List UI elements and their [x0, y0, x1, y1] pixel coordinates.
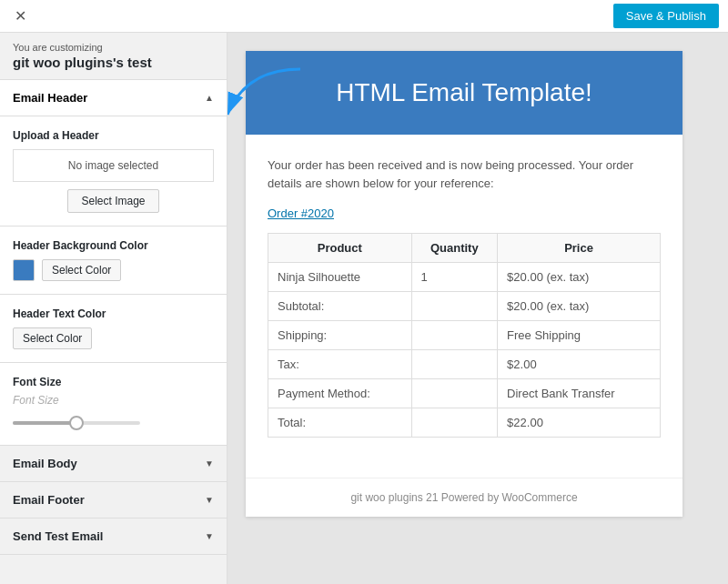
table-cell: [411, 379, 498, 408]
col-product: Product: [268, 234, 412, 263]
table-row: Tax:$2.00: [268, 350, 661, 379]
email-preview: HTML Email Template! Your order has been…: [246, 51, 682, 517]
chevron-down-icon-3: ▼: [205, 531, 214, 541]
table-cell: Free Shipping: [498, 321, 661, 350]
table-cell: [411, 350, 498, 379]
table-cell: Ninja Silhouette: [268, 263, 412, 292]
content-area: HTML Email Template! Your order has been…: [228, 33, 728, 584]
table-cell: $22.00: [498, 408, 661, 438]
order-table: Product Quantity Price Ninja Silhouette1…: [268, 233, 661, 438]
header-bg-select-color-button[interactable]: Select Color: [42, 259, 121, 281]
table-cell: Total:: [268, 408, 412, 438]
font-size-section: Font Size Font Size: [0, 363, 227, 446]
table-row: Ninja Silhouette1$20.00 (ex. tax): [268, 263, 661, 292]
upload-header-section: Upload a Header No image selected Select…: [0, 116, 227, 227]
email-body-label: Email Body: [13, 457, 77, 470]
font-size-slider-fill: [13, 421, 76, 425]
table-cell: Shipping:: [268, 321, 412, 350]
email-body-section[interactable]: Email Body ▼: [0, 446, 227, 482]
col-price: Price: [498, 234, 661, 263]
send-test-email-label: Send Test Email: [13, 529, 103, 543]
order-table-body: Ninja Silhouette1$20.00 (ex. tax)Subtota…: [268, 263, 661, 438]
table-cell: $20.00 (ex. tax): [498, 263, 661, 292]
upload-title: Upload a Header: [13, 129, 214, 142]
email-header-label: Email Header: [13, 91, 87, 105]
email-footer-text: git woo plugins 21 Powered by WooCommerc…: [350, 491, 577, 504]
header-bg-color-swatch[interactable]: [13, 259, 35, 281]
save-publish-button[interactable]: Save & Publish: [613, 4, 719, 28]
font-size-slider-thumb[interactable]: [69, 416, 84, 430]
select-image-button[interactable]: Select Image: [67, 189, 158, 213]
table-header-row: Product Quantity Price: [268, 234, 661, 263]
close-button[interactable]: ✕: [9, 5, 32, 26]
header-text-color-title: Header Text Color: [13, 307, 214, 320]
header-text-color-section: Header Text Color Select Color: [0, 295, 227, 363]
table-cell: 1: [411, 263, 498, 292]
preview-wrapper: HTML Email Template! Your order has been…: [246, 51, 710, 566]
customizing-title: git woo plugins's test: [0, 55, 227, 80]
order-intro-text: Your order has been received and is now …: [268, 156, 661, 192]
table-cell: [411, 321, 498, 350]
chevron-down-icon-2: ▼: [205, 495, 214, 505]
font-size-title: Font Size: [13, 376, 214, 388]
image-placeholder: No image selected: [13, 149, 214, 182]
chevron-down-icon: ▼: [205, 458, 214, 468]
customizing-label: You are customizing: [0, 33, 227, 55]
table-cell: [411, 408, 498, 438]
order-link[interactable]: Order #2020: [268, 206, 661, 220]
header-bg-color-title: Header Background Color: [13, 239, 214, 252]
font-size-slider-track: [13, 421, 140, 425]
chevron-up-icon: ▲: [205, 93, 214, 103]
font-size-placeholder: Font Size: [13, 394, 214, 407]
col-quantity: Quantity: [411, 234, 498, 263]
email-body: Your order has been received and is now …: [246, 135, 682, 478]
main-layout: You are customizing git woo plugins's te…: [0, 33, 728, 584]
header-bg-color-section: Header Background Color Select Color: [0, 227, 227, 295]
table-cell: Tax:: [268, 350, 412, 379]
email-footer-label: Email Footer: [13, 493, 85, 507]
email-header-title: HTML Email Template!: [268, 78, 661, 107]
table-row: Shipping:Free Shipping: [268, 321, 661, 350]
table-cell: $20.00 (ex. tax): [498, 292, 661, 321]
table-cell: Direct Bank Transfer: [498, 379, 661, 408]
header-text-select-color-button[interactable]: Select Color: [13, 327, 92, 349]
table-cell: $2.00: [498, 350, 661, 379]
table-cell: [411, 292, 498, 321]
email-footer-section[interactable]: Email Footer ▼: [0, 482, 227, 519]
top-bar: ✕ Save & Publish: [0, 0, 728, 33]
email-footer: git woo plugins 21 Powered by WooCommerc…: [246, 478, 682, 517]
send-test-email-section[interactable]: Send Test Email ▼: [0, 519, 227, 555]
table-row: Subtotal:$20.00 (ex. tax): [268, 292, 661, 321]
header-bg-color-row: Select Color: [13, 259, 214, 281]
table-cell: Subtotal:: [268, 292, 412, 321]
font-size-slider-container: [13, 414, 214, 432]
header-text-color-row: Select Color: [13, 327, 214, 349]
table-cell: Payment Method:: [268, 379, 412, 408]
table-row: Total:$22.00: [268, 408, 661, 438]
sidebar: You are customizing git woo plugins's te…: [0, 33, 228, 584]
table-row: Payment Method:Direct Bank Transfer: [268, 379, 661, 408]
email-header-section[interactable]: Email Header ▲: [0, 80, 227, 116]
email-header: HTML Email Template!: [246, 51, 682, 135]
